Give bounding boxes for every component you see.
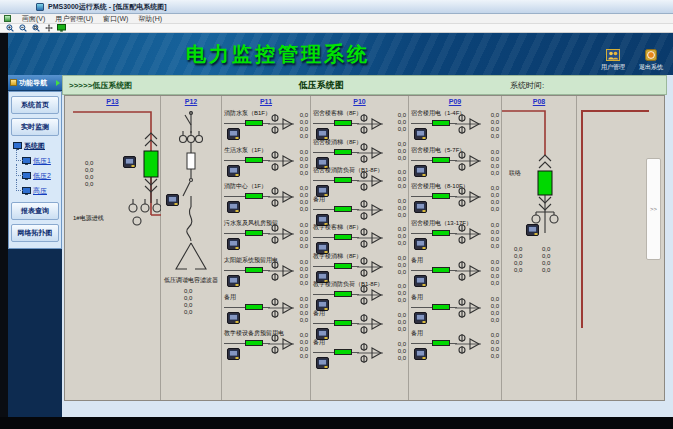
expand-panel-button[interactable]: >> <box>646 158 661 260</box>
sidebar-item-topology[interactable]: 网络拓扑图 <box>11 224 59 242</box>
breaker-closed-indicator[interactable] <box>432 267 450 273</box>
bottom-frame <box>0 417 673 429</box>
switch-symbols-icon <box>357 142 385 164</box>
breaker-closed-indicator[interactable] <box>432 157 450 163</box>
breaker-closed-indicator[interactable] <box>334 206 352 212</box>
breaker-closed-indicator[interactable] <box>432 193 450 199</box>
toolbar <box>0 24 673 33</box>
meter-icon[interactable] <box>166 192 179 210</box>
meter-icon[interactable] <box>227 126 240 144</box>
switch-symbols-icon <box>268 223 296 245</box>
column-label[interactable]: P08 <box>502 98 576 105</box>
feeder-label: 备用 <box>313 339 325 346</box>
measurement-value: 0,0 <box>184 302 192 309</box>
meter-icon[interactable] <box>414 310 427 328</box>
breaker-closed-indicator[interactable] <box>432 230 450 236</box>
feeder-column-P12: P12低压调谐电容滤波器0,00,00,00,0 <box>161 96 222 400</box>
menu-item[interactable]: 用户管理(U) <box>50 14 98 24</box>
breaker-closed-indicator[interactable] <box>245 340 263 346</box>
breaker-closed-indicator[interactable] <box>334 234 352 240</box>
feeder-label: 教学楼消梯（8F） <box>313 253 362 260</box>
zoom-out-icon[interactable] <box>18 24 27 32</box>
switch-symbols-icon <box>455 260 483 282</box>
meter-icon[interactable] <box>227 199 240 217</box>
meter-icon[interactable] <box>414 236 427 254</box>
breaker-closed-indicator[interactable] <box>334 263 352 269</box>
sidebar-header-label: 功能导航 <box>19 78 47 88</box>
menu-item[interactable]: 窗口(W) <box>98 14 133 24</box>
meter-icon[interactable] <box>414 163 427 181</box>
feeder-label: 备用 <box>411 294 423 301</box>
breaker-closed-indicator[interactable] <box>245 120 263 126</box>
menu-item[interactable]: 画面(V) <box>17 14 50 24</box>
column-label[interactable]: P13 <box>65 98 160 105</box>
breaker-closed-indicator[interactable] <box>334 177 352 183</box>
breaker-closed-indicator[interactable] <box>245 304 263 310</box>
breaker-closed-indicator[interactable] <box>432 304 450 310</box>
breaker-closed-indicator[interactable] <box>334 320 352 326</box>
meter-icon[interactable] <box>227 346 240 364</box>
canvas-bottom-gap <box>62 401 667 417</box>
exit-system-label: 退出系统 <box>639 63 663 72</box>
meter-icon[interactable] <box>227 273 240 291</box>
measurement-value: 0,0 <box>398 312 406 319</box>
measurement-value: 0,0 <box>491 266 499 273</box>
column-label[interactable]: P10 <box>311 98 408 105</box>
breaker-closed-indicator[interactable] <box>334 120 352 126</box>
breaker-closed-indicator[interactable] <box>432 340 450 346</box>
sidebar-item-reports[interactable]: 报表查询 <box>11 202 59 220</box>
meter-icon[interactable] <box>123 154 136 172</box>
measurement-value: 0,0 <box>398 126 406 133</box>
zoom-in-icon[interactable] <box>5 24 14 32</box>
column-label[interactable]: P09 <box>409 98 501 105</box>
meter-icon[interactable] <box>526 222 539 240</box>
meter-icon[interactable] <box>414 199 427 217</box>
breaker-closed-indicator[interactable] <box>245 157 263 163</box>
measurement-value: 0,0 <box>300 112 308 119</box>
sidebar-item-lv2[interactable]: 低压2 <box>22 171 60 181</box>
sidebar-item-hv[interactable]: 高压 <box>22 186 60 196</box>
screen-icon[interactable] <box>57 24 66 32</box>
mdi-child-icon[interactable] <box>4 15 11 22</box>
meter-icon[interactable] <box>414 126 427 144</box>
feeder-row: 宿舍楼消防负荷（B1-8F）0,00,00,0 <box>311 166 408 195</box>
sidebar-item-realtime[interactable]: 实时监测 <box>11 118 59 136</box>
pan-icon[interactable] <box>44 24 53 32</box>
switch-symbols-icon <box>455 333 483 355</box>
meter-icon[interactable] <box>414 346 427 364</box>
switch-symbols-icon <box>357 199 385 221</box>
collapse-arrow-icon[interactable] <box>56 80 60 86</box>
measurement-value: 0,0 <box>514 246 522 253</box>
column-label[interactable]: P12 <box>161 98 221 105</box>
measurement-value: 0,0 <box>398 269 406 276</box>
zoom-window-icon[interactable] <box>31 24 40 32</box>
user-management-button[interactable]: 用户管理 <box>601 49 625 72</box>
meter-icon[interactable] <box>227 163 240 181</box>
breaker-closed-indicator[interactable] <box>245 230 263 236</box>
meter-icon[interactable] <box>316 355 329 373</box>
breaker-closed-indicator[interactable] <box>432 120 450 126</box>
sidebar-item-home[interactable]: 系统首页 <box>11 96 59 114</box>
exit-system-button[interactable]: 退出系统 <box>639 49 663 72</box>
breaker-closed-indicator[interactable] <box>334 349 352 355</box>
sidebar-tree: 系统图 低压1低压2高压 <box>10 138 60 200</box>
meter-icon[interactable] <box>227 236 240 254</box>
feeder-row: 宿舍楼用电（1-4F）0,00,00,00,0 <box>409 109 501 146</box>
breaker-closed-indicator[interactable] <box>245 267 263 273</box>
measurement-value: 0,0 <box>300 259 308 266</box>
column-label[interactable]: P11 <box>222 98 310 105</box>
breaker-closed-indicator[interactable] <box>334 149 352 155</box>
monitor-icon <box>22 157 31 166</box>
sidebar-item-lv1[interactable]: 低压1 <box>22 156 60 166</box>
sidebar: 功能导航 系统首页 实时监测 系统图 低压1低压2高压 报表查询 网络拓扑图 <box>8 75 62 417</box>
breaker-closed-indicator[interactable] <box>245 193 263 199</box>
breaker-closed-indicator[interactable] <box>334 291 352 297</box>
meter-icon[interactable] <box>227 310 240 328</box>
menu-item[interactable]: 帮助(H) <box>133 14 167 24</box>
measurement-value: 0,0 <box>491 199 499 206</box>
measurement-value: 0,0 <box>491 317 499 324</box>
feeder-row: 宿舍楼消梯（8F）0,00,00,0 <box>311 138 408 167</box>
sidebar-header[interactable]: 功能导航 <box>8 75 62 91</box>
feeder-row: 备用0,00,00,0 <box>311 195 408 224</box>
meter-icon[interactable] <box>414 273 427 291</box>
